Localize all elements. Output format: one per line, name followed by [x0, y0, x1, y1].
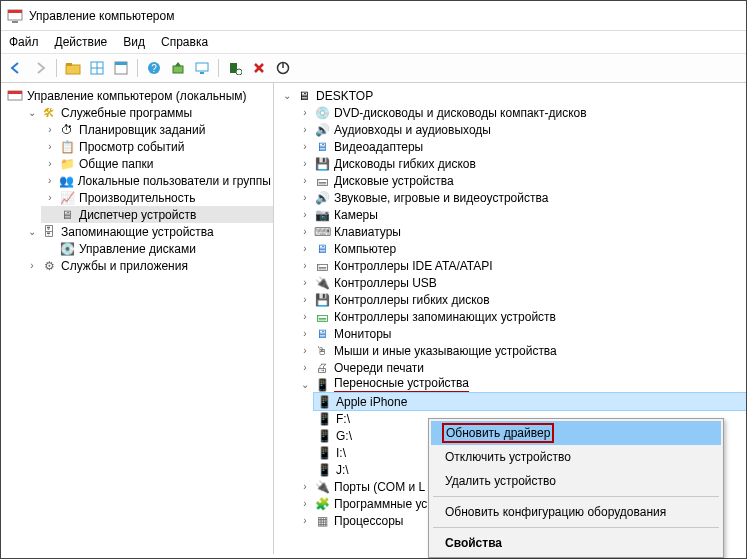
expand-icon[interactable]: › [298, 480, 312, 494]
left-root[interactable]: Управление компьютером (локальным) [5, 87, 273, 104]
cm-uninstall[interactable]: Удалить устройство [431, 469, 721, 493]
dev-computer[interactable]: ›🖥Компьютер [296, 240, 746, 257]
cm-properties[interactable]: Свойства [431, 531, 721, 555]
expand-icon[interactable]: › [298, 140, 312, 154]
expand-icon[interactable]: › [298, 208, 312, 222]
expand-icon[interactable]: › [298, 361, 312, 375]
collapse-icon[interactable]: ⌄ [25, 225, 39, 239]
left-event-viewer[interactable]: ›📋Просмотр событий [41, 138, 273, 155]
device-root[interactable]: ⌄ 🖥 DESKTOP [278, 87, 746, 104]
dev-video-label: Видеоадаптеры [334, 140, 423, 154]
expand-icon[interactable]: › [25, 259, 39, 273]
left-services-apps[interactable]: › ⚙ Службы и приложения [23, 257, 273, 274]
pc-icon: 🖥 [296, 88, 312, 104]
expand-icon[interactable]: › [298, 242, 312, 256]
expand-icon[interactable]: › [298, 225, 312, 239]
expand-icon[interactable]: › [298, 344, 312, 358]
view-button[interactable] [86, 57, 108, 79]
dev-mice-label: Мыши и иные указывающие устройства [334, 344, 557, 358]
cm-update-driver[interactable]: Обновить драйвер [431, 421, 721, 445]
dev-computer-label: Компьютер [334, 242, 396, 256]
separator [218, 59, 219, 77]
monitor-button[interactable] [191, 57, 213, 79]
left-perf[interactable]: ›📈Производительность [41, 189, 273, 206]
dev-keyboard[interactable]: ›⌨Клавиатуры [296, 223, 746, 240]
dev-storagectrl[interactable]: ›🖴Контроллеры запоминающих устройств [296, 308, 746, 325]
disable-button[interactable] [272, 57, 294, 79]
dev-mice[interactable]: ›🖱Мыши и иные указывающие устройства [296, 342, 746, 359]
expand-icon[interactable]: › [298, 327, 312, 341]
left-diskmgr-label: Управление дисками [79, 242, 196, 256]
expand-icon[interactable]: › [43, 123, 57, 137]
left-devmgr-label: Диспетчер устройств [79, 208, 196, 222]
update-driver-button[interactable] [167, 57, 189, 79]
left-shared[interactable]: ›📁Общие папки [41, 155, 273, 172]
cm-disable[interactable]: Отключить устройство [431, 445, 721, 469]
folder-button[interactable] [62, 57, 84, 79]
dev-portable[interactable]: ⌄ 📱 Переносные устройства [296, 376, 746, 393]
back-button[interactable] [5, 57, 27, 79]
expand-icon[interactable]: › [298, 157, 312, 171]
svg-rect-2 [12, 21, 18, 23]
dev-printq-label: Очереди печати [334, 361, 424, 375]
expand-icon[interactable]: › [298, 123, 312, 137]
left-service-tools[interactable]: ⌄ 🛠 Служебные программы [23, 104, 273, 121]
collapse-icon[interactable]: ⌄ [298, 378, 312, 392]
left-storage[interactable]: ⌄ 🗄 Запоминающие устройства [23, 223, 273, 240]
dev-floppy[interactable]: ›💾Дисководы гибких дисков [296, 155, 746, 172]
scan-hardware-button[interactable] [224, 57, 246, 79]
menu-help[interactable]: Справка [161, 35, 208, 49]
services-icon: ⚙ [41, 258, 57, 274]
ide-icon: 🖴 [314, 258, 330, 274]
dev-dvd[interactable]: ›💿DVD-дисководы и дисководы компакт-диск… [296, 104, 746, 121]
svg-text:?: ? [151, 63, 157, 74]
expand-icon[interactable]: › [43, 174, 56, 188]
dev-floppyctrl[interactable]: ›💾Контроллеры гибких дисков [296, 291, 746, 308]
dev-ide[interactable]: ›🖴Контроллеры IDE ATA/ATAPI [296, 257, 746, 274]
left-task-sched[interactable]: ›⏱Планировщик заданий [41, 121, 273, 138]
expand-icon[interactable]: › [43, 140, 57, 154]
expand-icon[interactable]: › [298, 259, 312, 273]
help-button[interactable]: ? [143, 57, 165, 79]
expand-icon[interactable]: › [43, 157, 57, 171]
left-devmgr[interactable]: 🖥Диспетчер устройств [41, 206, 273, 223]
dev-camera[interactable]: ›📷Камеры [296, 206, 746, 223]
dev-audio[interactable]: ›🔊Аудиовходы и аудиовыходы [296, 121, 746, 138]
expand-icon[interactable]: › [298, 191, 312, 205]
menu-action[interactable]: Действие [55, 35, 108, 49]
menu-file[interactable]: Файл [9, 35, 39, 49]
left-service-tools-label: Служебные программы [61, 106, 192, 120]
left-local-users[interactable]: ›👥Локальные пользователи и группы [41, 172, 273, 189]
app-icon [7, 9, 23, 23]
expand-icon[interactable]: › [298, 174, 312, 188]
delete-button[interactable] [248, 57, 270, 79]
expand-icon[interactable]: › [298, 310, 312, 324]
expand-icon[interactable]: › [298, 514, 312, 528]
left-task-sched-label: Планировщик заданий [79, 123, 205, 137]
left-local-users-label: Локальные пользователи и группы [78, 174, 271, 188]
forward-button[interactable] [29, 57, 51, 79]
dev-video[interactable]: ›🖥Видеоадаптеры [296, 138, 746, 155]
dev-monitor[interactable]: ›🖥Мониторы [296, 325, 746, 342]
dev-cpu-label: Процессоры [334, 514, 404, 528]
expand-icon[interactable]: › [298, 293, 312, 307]
expand-icon[interactable]: › [298, 106, 312, 120]
dvd-icon: 💿 [314, 105, 330, 121]
console-button[interactable] [110, 57, 132, 79]
device-root-label: DESKTOP [316, 89, 373, 103]
expand-icon[interactable]: › [298, 276, 312, 290]
dev-printq[interactable]: ›🖨Очереди печати [296, 359, 746, 376]
expand-icon[interactable]: › [43, 191, 57, 205]
collapse-icon[interactable]: ⌄ [280, 89, 294, 103]
left-diskmgr[interactable]: 💽Управление дисками [41, 240, 273, 257]
dev-usb[interactable]: ›🔌Контроллеры USB [296, 274, 746, 291]
dev-disk[interactable]: ›🖴Дисковые устройства [296, 172, 746, 189]
expand-icon[interactable]: › [298, 497, 312, 511]
floppy-icon: 💾 [314, 156, 330, 172]
device-icon: 📱 [316, 462, 332, 478]
dev-apple-iphone[interactable]: 📱Apple iPhone [314, 393, 746, 410]
cm-scan[interactable]: Обновить конфигурацию оборудования [431, 500, 721, 524]
dev-sound[interactable]: ›🔊Звуковые, игровые и видеоустройства [296, 189, 746, 206]
collapse-icon[interactable]: ⌄ [25, 106, 39, 120]
menu-view[interactable]: Вид [123, 35, 145, 49]
